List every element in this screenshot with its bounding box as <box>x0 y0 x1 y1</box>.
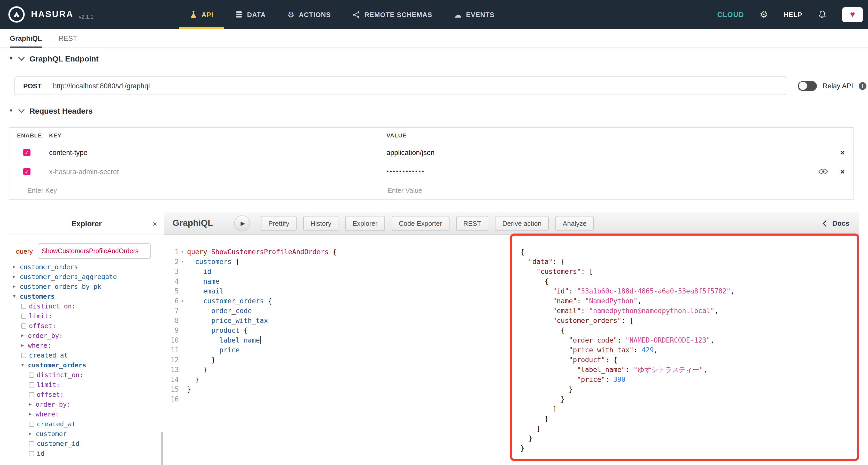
tree-item[interactable]: ▶customer_orders_aggregate <box>9 272 164 282</box>
new-header-key-input[interactable] <box>26 186 235 195</box>
nav-item-api[interactable]: API <box>179 0 224 29</box>
tree-item[interactable]: offset: <box>9 390 164 399</box>
tree-item[interactable]: ▶customer <box>9 429 164 439</box>
notifications-bell-icon[interactable] <box>818 10 827 19</box>
tree-checkbox[interactable] <box>29 451 34 456</box>
tree-checkbox[interactable] <box>29 392 34 397</box>
tree-item[interactable]: distinct_on: <box>9 301 164 311</box>
tree-checkbox[interactable] <box>21 352 26 358</box>
explorer-button[interactable]: Explorer <box>345 216 385 231</box>
syntax-token: "33a1b60c-188d-4865-a6a0-53ea8f5f5782" <box>577 287 731 295</box>
response-viewer[interactable]: { "data": { "customers": [ { "id": "33a1… <box>511 235 859 465</box>
expand-arrow-icon[interactable]: ▶ <box>29 432 36 436</box>
tree-checkbox[interactable] <box>21 313 26 318</box>
hasura-brand[interactable]: HASURA v2.1.1 <box>0 5 94 24</box>
tree-item[interactable]: created_at <box>9 419 164 429</box>
expand-arrow-icon[interactable]: ▶ <box>13 284 20 289</box>
expand-arrow-icon[interactable]: ▶ <box>13 265 20 269</box>
tree-item[interactable]: created_at <box>9 350 164 360</box>
info-icon[interactable]: i <box>859 82 867 90</box>
expand-arrow-icon[interactable]: ▶ <box>29 412 36 416</box>
endpoint-section-header[interactable]: ▼ GraphQL Endpoint <box>9 53 99 64</box>
tree-item[interactable]: ▶customer_orders <box>9 262 164 272</box>
tree-checkbox[interactable] <box>21 304 26 309</box>
masked-value[interactable]: •••••••••••• <box>386 168 425 175</box>
headers-section-header[interactable]: ▼ Request Headers <box>9 105 93 116</box>
fold-arrow-icon[interactable]: ▾ <box>179 296 186 306</box>
relay-api-toggle[interactable] <box>798 81 817 91</box>
code-text: } <box>519 384 573 394</box>
code-exporter-button[interactable]: Code Exporter <box>392 216 450 231</box>
rest-button[interactable]: REST <box>456 216 488 231</box>
code-text: "price_with_tax": 429, <box>519 345 658 355</box>
query-editor[interactable]: 1▾query ShowCustomersProfileAndOrders {2… <box>164 235 511 465</box>
tree-item[interactable]: ▶where: <box>9 340 164 350</box>
tree-item[interactable]: offset: <box>9 321 164 331</box>
prettify-button[interactable]: Prettify <box>261 216 297 231</box>
syntax-token: ] <box>520 425 540 432</box>
syntax-token <box>520 376 577 383</box>
tree-item[interactable]: ▼customer_orders <box>9 360 164 370</box>
remove-header-icon[interactable]: × <box>840 149 845 156</box>
header-value[interactable]: application/json <box>386 149 853 156</box>
analyze-button[interactable]: Analyze <box>555 216 594 231</box>
tree-item[interactable]: id <box>9 448 164 458</box>
header-enable-checkbox[interactable]: ✓ <box>23 149 30 156</box>
header-key[interactable]: x-hasura-admin-secret <box>49 168 386 176</box>
nav-item-events[interactable]: ☁ EVENTS <box>443 0 505 29</box>
remove-header-icon[interactable]: × <box>840 168 845 176</box>
collapse-arrow-icon[interactable]: ▼ <box>13 294 20 299</box>
expand-arrow-icon[interactable]: ▶ <box>13 275 20 279</box>
reveal-eye-icon[interactable] <box>818 168 828 175</box>
cloud-link[interactable]: CLOUD <box>717 10 744 18</box>
help-link[interactable]: HELP <box>783 10 802 18</box>
tab-rest[interactable]: REST <box>59 29 77 48</box>
nav-item-actions[interactable]: ⚙ ACTIONS <box>277 0 342 29</box>
tree-item[interactable]: ▶where: <box>9 409 164 419</box>
fold-arrow-icon[interactable]: ▾ <box>179 247 186 257</box>
syntax-token: name <box>203 277 220 285</box>
fold-gutter <box>179 384 186 394</box>
fold-gutter <box>179 267 186 276</box>
nav-item-data[interactable]: DATA <box>224 0 276 29</box>
collapse-arrow-icon[interactable]: ▼ <box>21 363 28 367</box>
endpoint-url-input[interactable] <box>52 82 786 90</box>
tree-checkbox[interactable] <box>21 323 26 328</box>
expand-arrow-icon[interactable]: ▶ <box>21 334 28 338</box>
history-button[interactable]: History <box>303 216 339 231</box>
docs-button[interactable]: Docs <box>815 212 859 234</box>
header-row-admin-secret: ✓ x-hasura-admin-secret •••••••••••• × <box>9 162 853 181</box>
tree-item[interactable]: distinct_on: <box>9 370 164 380</box>
fold-arrow-icon[interactable]: ▾ <box>179 257 186 267</box>
nav-item-remote-schemas[interactable]: REMOTE SCHEMAS <box>342 0 443 29</box>
syntax-token: : <box>605 376 613 383</box>
tab-graphiql[interactable]: GraphiQL <box>10 29 42 48</box>
code-text: "email": "namedpython@namedpython.local"… <box>519 306 718 316</box>
code-line: "price_with_tax": 429, <box>519 345 859 355</box>
tree-item[interactable]: ▶order_by: <box>9 399 164 409</box>
operation-name-input[interactable] <box>37 243 151 259</box>
explorer-tree: ▶customer_orders▶customer_orders_aggrega… <box>9 262 164 465</box>
tree-item[interactable]: customer_id <box>9 439 164 448</box>
love-button[interactable]: ♥ <box>842 7 863 22</box>
expand-arrow-icon[interactable]: ▶ <box>21 343 28 348</box>
line-number: 16 <box>164 394 179 404</box>
close-icon[interactable]: × <box>152 220 157 227</box>
expand-arrow-icon[interactable]: ▶ <box>29 402 36 407</box>
settings-gear-icon[interactable]: ⚙ <box>760 10 768 19</box>
tree-checkbox[interactable] <box>29 421 34 427</box>
tree-item[interactable]: ▼customers <box>9 291 164 301</box>
derive-action-button[interactable]: Derive action <box>495 216 549 231</box>
tree-item[interactable]: limit: <box>9 311 164 321</box>
tree-checkbox[interactable] <box>29 372 34 377</box>
execute-query-button[interactable]: ▶ <box>234 215 250 231</box>
tree-item[interactable]: limit: <box>9 380 164 390</box>
header-enable-checkbox[interactable]: ✓ <box>23 168 30 175</box>
new-header-value-input[interactable] <box>386 186 595 195</box>
tree-checkbox[interactable] <box>29 382 34 387</box>
tree-checkbox[interactable] <box>29 441 34 446</box>
explorer-scrollbar[interactable] <box>161 432 163 465</box>
tree-item[interactable]: ▶order_by: <box>9 331 164 340</box>
tree-item[interactable]: ▶customer_orders_by_pk <box>9 282 164 291</box>
header-key[interactable]: content-type <box>49 149 386 156</box>
